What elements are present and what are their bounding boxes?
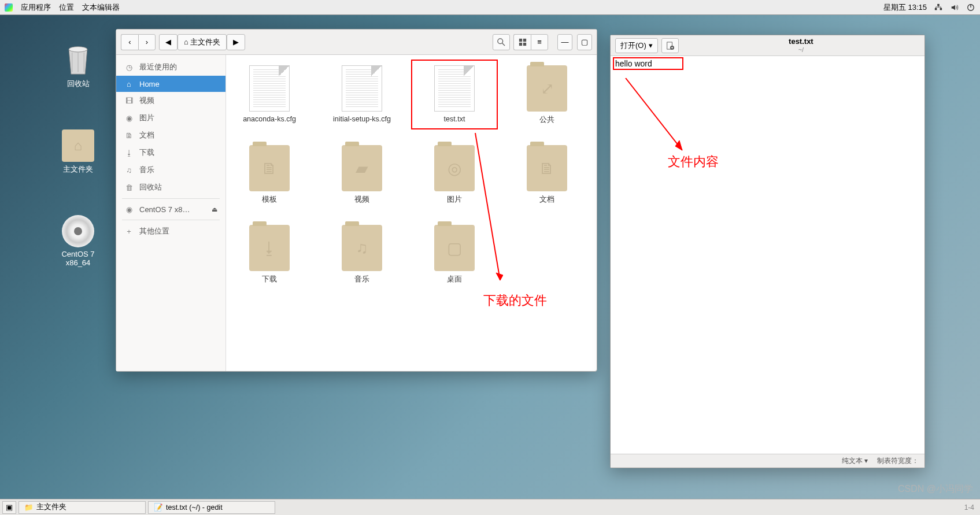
path-next-button[interactable]: ▶: [227, 34, 245, 50]
sidebar-videos[interactable]: 🎞视频: [116, 92, 225, 109]
file-item[interactable]: ▰视频: [330, 145, 394, 205]
file-item[interactable]: initial-setup-ks.cfg: [330, 65, 394, 125]
folder-icon: 🗎: [249, 145, 290, 191]
sidebar-other[interactable]: +其他位置: [116, 223, 225, 240]
sidebar-home[interactable]: ⌂Home: [116, 76, 225, 92]
plus-icon: +: [124, 227, 134, 236]
desktop-home[interactable]: 主文件夹: [52, 129, 104, 175]
back-button[interactable]: ‹: [121, 34, 138, 50]
file-label: 下载: [262, 275, 277, 284]
gedit-open-button[interactable]: 打开(O)▾: [615, 38, 658, 53]
taskbar-item-label: 主文件夹: [36, 502, 66, 512]
svg-rect-11: [523, 42, 526, 45]
sidebar-music[interactable]: ♫音乐: [116, 161, 225, 179]
trash-icon: 🗑: [124, 183, 134, 192]
file-item[interactable]: ♫音乐: [330, 225, 394, 284]
folder-icon: 🗎: [527, 145, 567, 191]
minimize-button[interactable]: —: [557, 34, 572, 50]
file-label: 图片: [447, 195, 462, 205]
svg-rect-9: [523, 38, 526, 41]
path-parent-button[interactable]: ◀: [159, 34, 177, 50]
gedit-header: 打开(O)▾ test.txt ~/: [611, 35, 924, 56]
sidebar-item-label: 回收站: [139, 182, 162, 192]
gedit-title: test.txt: [682, 37, 920, 46]
file-label: 音乐: [354, 275, 369, 284]
menu-text-editor[interactable]: 文本编辑器: [82, 2, 120, 13]
svg-rect-1: [940, 8, 942, 10]
gedit-open-label: 打开(O): [620, 40, 646, 51]
svg-rect-10: [519, 42, 522, 45]
syntax-mode[interactable]: 纯文本 ▾: [842, 456, 868, 466]
file-item[interactable]: test.txt: [423, 65, 486, 125]
file-label: anaconda-ks.cfg: [243, 115, 296, 123]
annotation-downloaded-file: 下载的文件: [483, 292, 547, 309]
editor-icon: 📝: [154, 503, 162, 512]
sidebar-disc[interactable]: ◉CentOS 7 x8…⏏: [116, 201, 225, 217]
sidebar-trash[interactable]: 🗑回收站: [116, 179, 225, 196]
path-home-button[interactable]: ⌂ 主文件夹: [177, 34, 227, 50]
volume-icon[interactable]: [950, 3, 959, 12]
gedit-new-button[interactable]: [661, 38, 679, 53]
taskbar-item-gedit[interactable]: 📝 test.txt (~/) - gedit: [148, 501, 275, 514]
svg-rect-8: [519, 38, 522, 41]
eject-icon[interactable]: ⏏: [212, 206, 217, 213]
folder-icon: ▢: [434, 225, 475, 271]
svg-rect-2: [937, 3, 940, 6]
power-icon[interactable]: [966, 3, 975, 12]
menu-applications[interactable]: 应用程序: [21, 2, 51, 13]
clock-label[interactable]: 星期五 13:15: [883, 2, 927, 13]
sidebar-documents[interactable]: 🗎文档: [116, 127, 225, 144]
file-label: initial-setup-ks.cfg: [333, 115, 391, 123]
document-icon: [342, 65, 382, 112]
video-icon: 🎞: [124, 96, 134, 105]
annotation-file-content: 文件内容: [668, 153, 719, 171]
folder-icon: ♫: [342, 225, 382, 271]
sidebar-downloads[interactable]: ⭳下载: [116, 144, 225, 161]
file-manager-window: ‹ › ◀ ⌂ 主文件夹 ▶ ≡ — ▢ ◷最近使用的 ⌂Home 🎞视频 ◉图…: [116, 29, 597, 372]
gedit-status-bar: 纯文本 ▾ 制表符宽度：: [611, 454, 924, 468]
distro-logo-icon: [5, 3, 13, 12]
music-icon: ♫: [124, 165, 134, 175]
clock-icon: ◷: [124, 62, 134, 72]
file-item[interactable]: 🗎模板: [238, 145, 301, 205]
sidebar-pictures[interactable]: ◉图片: [116, 109, 225, 127]
taskbar-show-desktop[interactable]: ▣: [2, 501, 16, 514]
desktop-trash[interactable]: 回收站: [52, 44, 104, 89]
file-item[interactable]: ⤢公共: [515, 65, 579, 125]
home-icon: ⌂: [184, 38, 188, 46]
file-item[interactable]: 🗎文档: [515, 145, 579, 205]
network-icon[interactable]: [934, 3, 943, 12]
home-folder-icon: [62, 129, 94, 162]
view-grid-button[interactable]: [513, 34, 531, 50]
menu-places[interactable]: 位置: [59, 2, 74, 13]
trash-icon: [62, 44, 94, 76]
sidebar-recent[interactable]: ◷最近使用的: [116, 58, 225, 76]
disc-icon: ◉: [124, 205, 134, 214]
home-icon: ⌂: [124, 79, 134, 88]
fm-content-area[interactable]: anaconda-ks.cfginitial-setup-ks.cfgtest.…: [226, 55, 597, 371]
svg-rect-0: [935, 8, 937, 10]
forward-button[interactable]: ›: [138, 34, 156, 50]
view-menu-button[interactable]: ≡: [531, 34, 548, 50]
top-menu-bar: 应用程序 位置 文本编辑器 星期五 13:15: [0, 0, 980, 15]
sidebar-item-label: 文档: [139, 130, 154, 140]
svg-line-7: [502, 43, 505, 45]
desktop-disc[interactable]: CentOS 7 x86_64: [52, 215, 104, 267]
document-icon: 🗎: [124, 131, 134, 140]
sidebar-item-label: Home: [139, 80, 160, 88]
maximize-button[interactable]: ▢: [577, 34, 592, 50]
file-item[interactable]: ⭳下载: [238, 225, 301, 284]
folder-icon: 📁: [25, 503, 33, 512]
disc-icon: [62, 215, 94, 247]
desktop-disc-label: CentOS 7 x86_64: [52, 250, 104, 267]
sidebar-item-label: CentOS 7 x8…: [139, 205, 190, 214]
taskbar-item-files[interactable]: 📁 主文件夹: [19, 501, 146, 514]
sidebar-item-label: 图片: [139, 113, 154, 123]
tab-width-label[interactable]: 制表符宽度：: [877, 456, 919, 466]
file-item[interactable]: anaconda-ks.cfg: [238, 65, 301, 125]
folder-icon: ⤢: [527, 65, 567, 112]
search-button[interactable]: [493, 34, 510, 50]
gedit-subtitle: ~/: [682, 46, 920, 54]
file-label: 公共: [539, 115, 554, 125]
gedit-content: hello word: [615, 59, 652, 68]
